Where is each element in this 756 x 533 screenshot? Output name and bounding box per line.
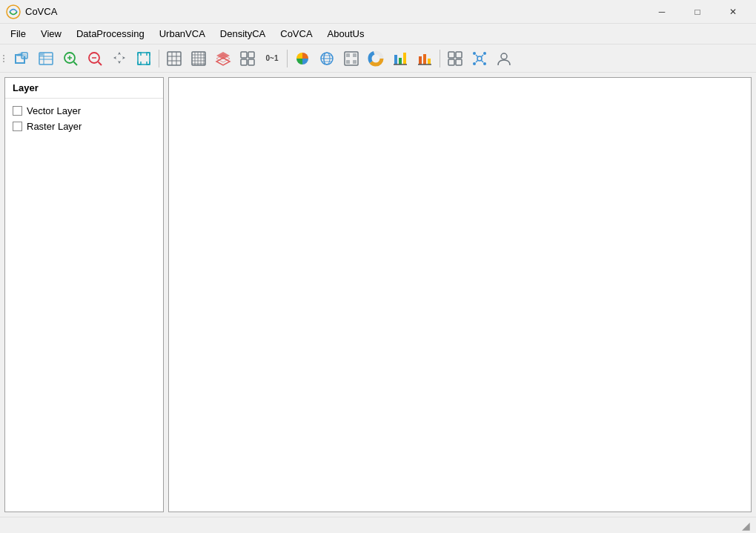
svg-line-74: [476, 60, 478, 62]
toolbar-separator: [159, 50, 159, 67]
svg-rect-63: [448, 52, 454, 58]
window-title: CoVCA: [25, 6, 645, 17]
svg-rect-57: [403, 53, 406, 64]
svg-rect-49: [353, 53, 357, 57]
svg-point-69: [483, 52, 486, 55]
menubar: FileViewDataProcessingUrbanVCADensityCAC…: [0, 24, 756, 44]
svg-rect-48: [346, 53, 350, 57]
open-layer-icon[interactable]: ⊞: [10, 47, 33, 70]
svg-line-17: [99, 62, 102, 65]
svg-rect-25: [192, 52, 205, 65]
window-controls: ─ □ ✕: [645, 0, 750, 24]
svg-rect-55: [394, 55, 397, 64]
map-canvas[interactable]: [168, 77, 752, 512]
svg-rect-59: [419, 56, 422, 64]
full-extent-icon[interactable]: [132, 47, 156, 70]
network-icon[interactable]: [468, 47, 491, 70]
titlebar: CoVCA ─ □ ✕: [0, 0, 756, 24]
zoom-out-icon[interactable]: [83, 47, 107, 70]
grid-icon[interactable]: [162, 47, 186, 70]
fishnet-icon[interactable]: [187, 47, 210, 70]
layers-icon[interactable]: [211, 47, 235, 70]
svg-rect-66: [456, 59, 462, 65]
menu-item-aboutus[interactable]: AboutUs: [320, 26, 372, 42]
menu-item-densityca[interactable]: DensityCA: [213, 26, 273, 42]
toolbar-separator: [440, 50, 440, 67]
layer-list: Vector Layer Raster Layer: [5, 99, 163, 512]
menu-item-covca[interactable]: CoVCA: [273, 26, 319, 42]
svg-rect-3: [15, 62, 25, 64]
layer-panel: Layer Vector Layer Raster Layer: [4, 77, 164, 512]
maximize-button[interactable]: □: [680, 0, 714, 24]
svg-rect-39: [241, 59, 247, 65]
pie-chart-icon[interactable]: [291, 47, 314, 70]
menu-item-dataprocessing[interactable]: DataProcessing: [69, 26, 152, 42]
svg-rect-38: [248, 52, 254, 58]
svg-rect-60: [423, 54, 426, 64]
resize-handle[interactable]: ◢: [742, 520, 750, 532]
bar-chart2-icon[interactable]: [413, 47, 437, 70]
svg-line-72: [476, 55, 478, 57]
grid3-icon[interactable]: [443, 47, 467, 70]
app-logo: [6, 4, 21, 19]
svg-rect-64: [456, 52, 462, 58]
vector-layer-checkbox[interactable]: [13, 106, 22, 116]
globe-icon[interactable]: [315, 47, 339, 70]
minimize-button[interactable]: ─: [645, 0, 679, 24]
svg-point-76: [501, 53, 507, 59]
svg-line-73: [481, 55, 483, 57]
svg-rect-56: [399, 58, 402, 64]
donut-chart-icon[interactable]: [364, 47, 388, 70]
user-icon[interactable]: [492, 47, 516, 70]
svg-rect-51: [353, 60, 357, 64]
svg-rect-37: [241, 52, 247, 58]
svg-rect-11: [40, 53, 43, 56]
svg-line-13: [74, 62, 78, 65]
table-icon[interactable]: [34, 47, 58, 70]
statusbar: ◢: [0, 517, 756, 533]
toolbar-drag-handle: [3, 50, 7, 67]
svg-rect-65: [448, 59, 454, 65]
menu-item-view[interactable]: View: [33, 26, 69, 42]
zoom-in-icon[interactable]: [59, 47, 82, 70]
svg-rect-20: [168, 52, 181, 65]
svg-point-71: [483, 62, 486, 65]
cluster-icon[interactable]: [339, 47, 363, 70]
svg-line-75: [481, 60, 483, 62]
close-button[interactable]: ✕: [716, 0, 750, 24]
vector-layer-label: Vector Layer: [27, 105, 81, 116]
menu-item-urbanvca[interactable]: UrbanVCA: [152, 26, 213, 42]
svg-point-68: [473, 52, 476, 55]
main-area: Layer Vector Layer Raster Layer: [0, 73, 756, 517]
svg-point-0: [7, 5, 20, 19]
svg-rect-61: [428, 59, 431, 64]
toolbar-separator: [287, 50, 288, 67]
svg-rect-40: [248, 59, 254, 65]
layer-panel-header: Layer: [5, 78, 163, 99]
raster-layer-checkbox[interactable]: [13, 122, 22, 131]
bar-chart1-icon[interactable]: [388, 47, 412, 70]
gridview-icon[interactable]: [236, 47, 259, 70]
raster-layer-label: Raster Layer: [27, 121, 82, 132]
svg-rect-50: [346, 60, 350, 64]
menu-item-file[interactable]: File: [3, 26, 33, 42]
raster-layer-item[interactable]: Raster Layer: [11, 119, 157, 134]
vector-layer-item[interactable]: Vector Layer: [11, 103, 157, 119]
toolbar: ⊞0~1: [0, 44, 756, 73]
pan-icon[interactable]: [107, 47, 131, 70]
svg-rect-19: [138, 53, 150, 64]
svg-text:⊞: ⊞: [22, 53, 27, 59]
normalize-icon[interactable]: 0~1: [260, 47, 284, 70]
svg-point-70: [473, 62, 476, 65]
main-window: CoVCA ─ □ ✕ FileViewDataProcessingUrbanV…: [0, 0, 756, 533]
